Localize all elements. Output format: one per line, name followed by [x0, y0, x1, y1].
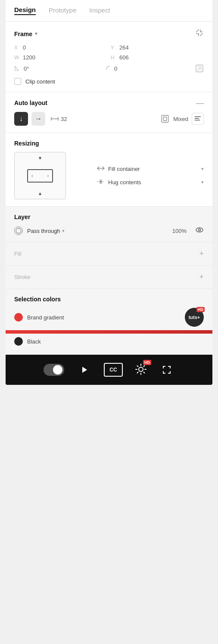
tuts-avatar-area: tuts+ HD: [185, 308, 204, 327]
fill-container-icon: [97, 165, 105, 173]
x-label: X: [14, 45, 20, 51]
frame-section: Frame ▾ X 0 Y 264 W: [6, 22, 212, 92]
w-label: W: [14, 55, 20, 61]
layer-controls: Pass through ▾ 100%: [14, 226, 204, 235]
resize-arrow-bottom-icon: ▴: [39, 190, 41, 196]
fill-header: Fill +: [14, 249, 204, 258]
resize-inner-box: ‹ ›: [27, 169, 53, 183]
autolayout-align-icon[interactable]: [192, 113, 204, 125]
hug-contents-option[interactable]: Hug contents ▾: [97, 179, 204, 186]
fill-label: Fill: [14, 251, 22, 257]
corner-field[interactable]: 0: [105, 65, 191, 73]
autolayout-padding-icon: [160, 114, 170, 124]
resizing-title: Resizing: [14, 140, 204, 147]
tabs-bar: Design Prototype Inspect: [6, 0, 212, 22]
fullscreen-button[interactable]: [159, 362, 174, 378]
y-value: 264: [119, 44, 129, 51]
red-gradient-bar: [6, 330, 212, 334]
h-value: 606: [119, 54, 129, 61]
clip-content-label: Clip content: [25, 78, 55, 85]
tuts-label: tuts+: [189, 315, 200, 320]
svg-rect-4: [162, 115, 168, 122]
resize-arrow-right-icon: ›: [47, 173, 49, 178]
angle-icon: [14, 65, 21, 73]
autolayout-direction-right[interactable]: →: [31, 112, 45, 126]
bottom-bar: CC HD: [6, 355, 212, 385]
color-row-brand[interactable]: Brand gradient tuts+ HD: [14, 308, 204, 327]
autolayout-spacing-value[interactable]: 32: [61, 116, 67, 122]
svg-point-13: [199, 229, 201, 231]
fill-container-caret[interactable]: ▾: [201, 166, 204, 172]
stroke-add-icon[interactable]: +: [199, 272, 204, 282]
tab-inspect[interactable]: Inspect: [89, 6, 110, 15]
w-field[interactable]: W 1200: [14, 54, 107, 61]
clip-content-checkbox[interactable]: [14, 78, 21, 85]
frame-dropdown-icon[interactable]: ▾: [35, 31, 37, 37]
hd-badge: HD: [196, 307, 205, 312]
aspect-ratio-icon[interactable]: [195, 64, 204, 73]
eye-icon[interactable]: [195, 226, 204, 235]
color-row-black[interactable]: Black: [14, 334, 204, 347]
h-field[interactable]: H 606: [111, 54, 204, 61]
autolayout-remove-icon[interactable]: —: [196, 99, 204, 107]
resize-options: Fill container ▾ Hug contents ▾: [97, 165, 204, 186]
selection-colors-title: Selection colors: [14, 296, 204, 303]
corner-value: 0: [114, 65, 117, 72]
layer-mode-dropdown[interactable]: Pass through ▾: [27, 228, 65, 234]
autolayout-header: Auto layout —: [14, 99, 204, 107]
brand-gradient-swatch[interactable]: [14, 313, 23, 322]
y-label: Y: [111, 45, 117, 51]
clip-content-row[interactable]: Clip content: [14, 78, 204, 85]
play-button[interactable]: [76, 362, 92, 378]
w-value: 1200: [23, 54, 35, 61]
settings-hd-button[interactable]: HD: [135, 363, 147, 377]
resize-arrow-top-icon: ▾: [39, 155, 41, 161]
svg-point-14: [139, 367, 143, 372]
frame-title: Frame: [14, 31, 32, 37]
tab-prototype[interactable]: Prototype: [49, 6, 76, 15]
layer-title: Layer: [14, 214, 204, 220]
autolayout-spacing: 32: [50, 115, 67, 122]
fill-container-label: Fill container: [108, 166, 198, 172]
xy-grid: X 0 Y 264: [14, 44, 204, 51]
layer-opacity-value[interactable]: 100%: [172, 228, 187, 234]
frame-title-row: Frame ▾: [14, 28, 204, 39]
h-label: H: [111, 55, 117, 61]
settings-hd-badge: HD: [143, 360, 151, 365]
resize-visual: ▾ ‹ › ▴: [14, 152, 66, 199]
stroke-section: Stroke +: [6, 266, 212, 289]
svg-point-11: [16, 228, 21, 233]
toggle-switch[interactable]: [44, 364, 64, 376]
autolayout-padding-value[interactable]: Mixed: [173, 116, 188, 122]
hug-contents-caret[interactable]: ▾: [201, 180, 204, 185]
angle-field[interactable]: 0°: [14, 65, 100, 73]
layer-mode-label: Pass through: [27, 228, 60, 234]
autolayout-direction-down[interactable]: ↓: [14, 112, 28, 126]
hug-contents-icon: [97, 179, 105, 186]
fill-section: Fill +: [6, 242, 212, 266]
cc-button[interactable]: CC: [104, 363, 123, 377]
autolayout-section: Auto layout — ↓ → 32: [6, 92, 212, 133]
x-value: 0: [23, 44, 26, 51]
resizing-section: Resizing ▾ ‹ › ▴: [6, 133, 212, 207]
y-field[interactable]: Y 264: [111, 44, 204, 51]
x-field[interactable]: X 0: [14, 44, 107, 51]
corner-icon: [105, 65, 112, 73]
svg-rect-5: [163, 117, 167, 121]
wh-grid: W 1200 H 606: [14, 54, 204, 61]
autolayout-title: Auto layout: [14, 99, 47, 106]
hug-contents-label: Hug contents: [108, 179, 198, 186]
shrink-icon[interactable]: [195, 28, 204, 39]
layer-mode-icon: [14, 226, 23, 235]
extra-row: 0° 0: [14, 64, 204, 73]
toggle-knob: [53, 365, 62, 375]
fill-container-option[interactable]: Fill container ▾: [97, 165, 204, 173]
resize-arrow-left-icon: ‹: [31, 173, 33, 178]
resizing-grid: ▾ ‹ › ▴ F: [14, 152, 204, 199]
black-swatch[interactable]: [14, 337, 23, 346]
autolayout-padding: Mixed: [160, 114, 188, 124]
selection-colors-section: Selection colors Brand gradient tuts+ HD…: [6, 289, 212, 355]
fill-add-icon[interactable]: +: [199, 249, 204, 258]
layer-mode-caret: ▾: [62, 228, 65, 234]
tab-design[interactable]: Design: [14, 6, 36, 15]
